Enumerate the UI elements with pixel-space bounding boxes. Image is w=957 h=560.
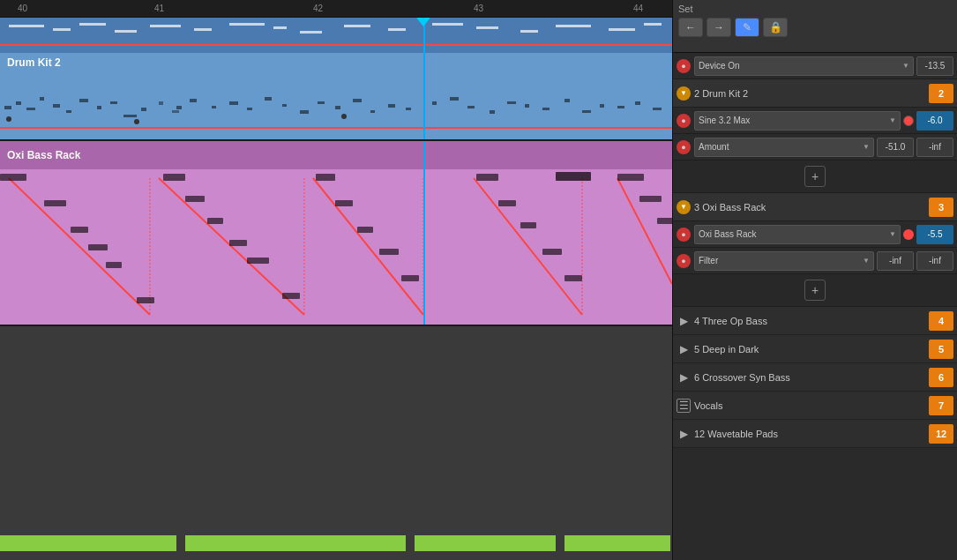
sine-dropdown-arrow: ▼ [889,116,896,124]
bottom-track[interactable] [0,326,672,560]
track-row-wavetable[interactable]: ▶ 12 Wavetable Pads 12 [673,420,957,448]
drum-kit-section-header[interactable]: ▼ 2 Drum Kit 2 2 [673,79,957,108]
sine-indicator-dot [903,116,914,126]
amount-label: Amount [699,142,729,152]
ruler-mark-44: 44 [633,4,643,13]
playhead-line-2 [423,141,425,325]
mini-note [53,28,71,31]
svg-rect-39 [582,110,591,113]
device-on-row: ● Device On ▼ -13.5 [673,53,957,79]
track-row-crossover[interactable]: ▶ 6 Crossover Syn Bass 6 [673,363,957,392]
device-on-dropdown[interactable]: Device On ▼ [694,56,914,76]
lock-button[interactable]: 🔒 [763,18,788,37]
svg-rect-36 [525,104,529,108]
mini-note [229,23,265,26]
drum-kit-track[interactable]: Drum Kit 2 [0,18,672,141]
svg-rect-24 [300,110,309,114]
drum-pattern-svg [0,53,672,141]
sine-value[interactable]: -6.0 [916,111,953,131]
three-op-number: 4 [929,311,953,331]
svg-rect-74 [564,275,582,281]
filter-dropdown-arrow: ▼ [863,257,870,265]
forward-button[interactable]: → [707,18,731,37]
oxi-number: 3 [929,198,953,217]
bass-notes-area [0,169,672,325]
playhead-triangle [416,18,430,26]
oxi-rack-dropdown[interactable]: Oxi Bass Rack ▼ [694,225,901,244]
svg-rect-63 [247,258,269,264]
svg-rect-23 [282,104,287,107]
mini-note [273,26,287,29]
svg-rect-3 [40,97,44,101]
oxi-rack-value[interactable]: -5.5 [916,225,953,244]
svg-rect-73 [542,249,562,255]
svg-rect-4 [53,104,60,108]
track-row-three-op[interactable]: ▶ 4 Three Op Bass 4 [673,307,957,335]
drum-kit-add-button[interactable]: + [804,166,826,187]
amount-value2[interactable]: -inf [916,138,953,157]
oxi-rack-dot [903,229,914,240]
amount-indicator: ● [677,140,691,154]
pencil-button[interactable]: ✎ [735,18,759,37]
mini-note [432,23,463,26]
svg-rect-22 [265,97,272,101]
svg-rect-75 [617,174,644,181]
device-on-value[interactable]: -13.5 [916,56,953,76]
svg-rect-18 [190,99,197,102]
oxi-section-header[interactable]: ▼ 3 Oxi Bass Rack 3 [673,193,957,221]
mini-note [115,30,137,33]
crossover-number: 6 [929,368,953,387]
mini-note [556,25,591,27]
track-row-deep-dark[interactable]: ▶ 5 Deep in Dark 5 [673,335,957,363]
sine-label: Sine 3.2 Max [699,116,750,125]
ruler: 40 41 42 43 44 [0,0,672,18]
oxi-add-button[interactable]: + [804,280,826,301]
svg-rect-38 [564,99,570,102]
track-row-vocals[interactable]: ☰ Vocals 7 [673,392,957,420]
svg-rect-65 [316,174,335,181]
mini-note [609,28,635,31]
crossover-name: 6 Crossover Syn Bass [694,372,929,383]
svg-rect-12 [172,110,179,113]
svg-rect-2 [26,108,35,110]
amount-dropdown[interactable]: Amount ▼ [694,138,874,157]
sine-row: ● Sine 3.2 Max ▼ -6.0 [673,108,957,134]
green-bar [415,535,556,551]
drum-kit-chevron: ▼ [677,86,691,101]
back-button[interactable]: ← [678,18,703,37]
svg-rect-34 [490,110,495,114]
svg-rect-26 [335,106,340,109]
svg-rect-69 [401,275,419,281]
wavetable-name: 12 Wavetable Pads [694,429,929,439]
svg-rect-11 [159,101,163,105]
three-op-play-icon: ▶ [677,314,691,328]
svg-rect-53 [0,174,26,181]
mini-note [644,23,662,26]
sine-dropdown[interactable]: Sine 3.2 Max ▼ [694,111,901,131]
mini-note [194,28,212,31]
crossover-play-icon: ▶ [677,370,691,385]
svg-line-44 [9,178,150,315]
ruler-mark-43: 43 [474,4,483,13]
filter-value2[interactable]: -inf [916,251,953,271]
svg-rect-29 [388,104,395,108]
filter-value[interactable]: -inf [877,251,914,271]
mini-note [300,31,322,34]
svg-rect-61 [207,218,223,224]
oxi-bass-track[interactable]: Oxi Bass Rack [0,141,672,326]
svg-rect-19 [212,106,216,108]
oxi-rack-dropdown-arrow: ▼ [889,230,896,238]
amount-value[interactable]: -51.0 [877,138,914,157]
app: 40 41 42 43 44 [0,0,957,560]
svg-rect-25 [318,101,325,104]
wavetable-play-icon: ▶ [677,427,691,441]
svg-rect-28 [370,110,375,113]
filter-dropdown[interactable]: Filter ▼ [694,251,874,271]
green-bar [185,535,406,551]
svg-rect-59 [163,174,185,181]
vocals-name: Vocals [694,400,929,411]
svg-rect-30 [406,108,411,110]
mini-note [388,28,406,31]
svg-rect-5 [66,110,71,113]
oxi-rack-label: Oxi Bass Rack [699,229,757,239]
